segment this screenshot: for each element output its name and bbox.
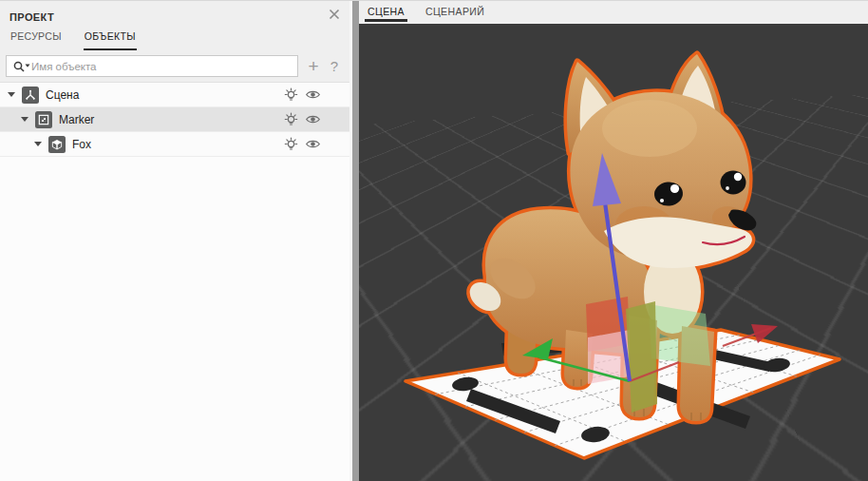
object-tree: Сцена xyxy=(0,83,349,157)
cube-3d-icon xyxy=(48,136,66,153)
tab-resources[interactable]: РЕСУРСЫ xyxy=(9,28,63,50)
tree-item-label: Сцена xyxy=(46,88,79,102)
scene-canvas xyxy=(359,24,868,481)
search-input[interactable] xyxy=(31,61,292,72)
expander-icon[interactable] xyxy=(34,142,42,146)
tab-scene[interactable]: СЦЕНА xyxy=(367,1,406,24)
lightbulb-icon[interactable] xyxy=(283,136,299,152)
marker-icon xyxy=(35,111,52,128)
visibility-eye-icon[interactable] xyxy=(305,111,321,127)
lightbulb-icon[interactable] xyxy=(283,111,299,127)
panel-title: ПРОЕКТ xyxy=(9,11,54,23)
scene-panel-tabs: СЦЕНА СЦЕНАРИЙ xyxy=(359,1,868,24)
visibility-eye-icon[interactable] xyxy=(305,136,321,152)
search-filter-icon[interactable] xyxy=(12,60,31,73)
tree-row-fox[interactable]: Fox xyxy=(0,132,349,157)
lightbulb-icon[interactable] xyxy=(283,87,299,103)
add-object-button[interactable]: + xyxy=(304,58,323,75)
scene-panel: СЦЕНА СЦЕНАРИЙ xyxy=(359,1,868,481)
project-panel-tabs: РЕСУРСЫ ОБЪЕКТЫ xyxy=(0,28,349,50)
tab-objects[interactable]: ОБЪЕКТЫ xyxy=(84,28,137,50)
tree-item-label: Fox xyxy=(72,138,91,151)
panel-header: ПРОЕКТ xyxy=(0,1,349,28)
expander-icon[interactable] xyxy=(8,92,15,97)
panel-divider[interactable] xyxy=(349,1,359,481)
application-window: ПРОЕКТ РЕСУРСЫ ОБЪЕКТЫ xyxy=(0,0,868,481)
visibility-eye-icon[interactable] xyxy=(305,87,321,103)
tab-scenario[interactable]: СЦЕНАРИЙ xyxy=(425,1,485,24)
expander-icon[interactable] xyxy=(21,117,28,122)
tree-row-marker[interactable]: Marker xyxy=(0,107,349,132)
3d-viewport[interactable] xyxy=(359,24,868,481)
search-box[interactable] xyxy=(6,55,298,77)
search-row: + ? xyxy=(0,50,349,83)
gizmo-plane-z[interactable] xyxy=(649,304,710,366)
scene-axis-icon xyxy=(22,87,39,104)
close-icon[interactable] xyxy=(327,7,342,22)
tree-item-label: Marker xyxy=(59,113,94,126)
project-panel: ПРОЕКТ РЕСУРСЫ ОБЪЕКТЫ xyxy=(0,1,349,481)
help-button[interactable]: ? xyxy=(325,58,344,74)
tree-row-scene[interactable]: Сцена xyxy=(0,83,349,107)
